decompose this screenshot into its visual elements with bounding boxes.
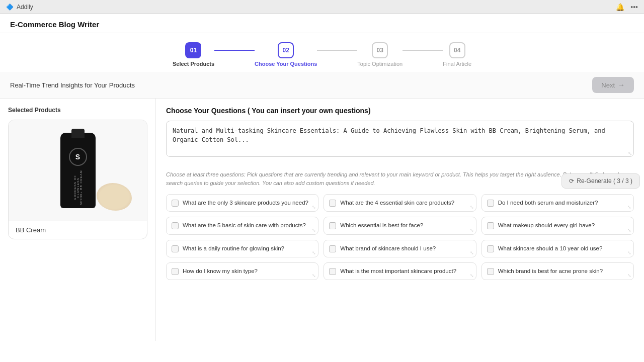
notification-icon[interactable]: 🔔 [616,3,624,11]
question-text-1: What are the only 3 skincare products yo… [183,199,313,207]
question-3-resize: ⤡ [627,205,631,210]
step-1-label: Select Products [173,61,214,67]
question-7-resize: ⤡ [312,250,316,255]
question-6-resize: ⤡ [627,228,631,233]
question-1-resize: ⤡ [312,205,316,210]
app-name: Addlly [17,4,33,11]
topic-input[interactable]: Natural and Multi-tasking Skincare Essen… [166,121,634,157]
question-checkbox-9[interactable] [487,245,494,252]
connector-2-3 [317,50,357,51]
questions-grid: What are the only 3 skincare products yo… [166,194,634,280]
question-10-resize: ⤡ [312,273,316,278]
tube-text: GODDESS OF FLAWLESS SPF30+ BB CREAM [73,170,83,205]
question-item-7: What is a daily routine for glowing skin… [166,240,318,257]
question-item-1-inner: What are the only 3 skincare products yo… [172,199,313,207]
regen-button[interactable]: ⟳ Re-Generate ( 3 / 3 ) [561,173,640,189]
connector-3-4 [403,50,443,51]
question-item-12-inner: Which brand is best for acne prone skin? [487,267,628,276]
cream-blob [97,183,132,211]
step-1-circle: 01 [185,42,201,58]
app-header: E-Commerce Blog Writer [0,14,644,33]
product-tube: S GODDESS OF FLAWLESS SPF30+ BB CREAM [60,133,96,208]
step-1[interactable]: 01 Select Products [173,42,214,67]
question-item-8-inner: What brand of skincare should I use? [329,244,470,253]
question-checkbox-4[interactable] [172,222,179,229]
next-label: Next [601,81,615,89]
question-checkbox-8[interactable] [329,245,336,252]
question-item-9: What skincare should a 10 year old use? … [481,240,634,257]
question-item-2: What are the 4 essential skin care produ… [324,194,476,212]
topic-input-wrapper: Natural and Multi-tasking Skincare Essen… [166,121,634,158]
question-item-11-inner: What is the most important skincare prod… [329,267,470,276]
question-12-resize: ⤡ [627,273,631,278]
question-item-8: What brand of skincare should I use? ⤡ [324,240,476,257]
question-item-1: What are the only 3 skincare products yo… [166,194,318,212]
question-checkbox-7[interactable] [172,245,179,252]
question-item-10: How do I know my skin type? ⤡ [166,262,318,280]
step-3-circle: 03 [372,42,388,58]
question-checkbox-2[interactable] [329,200,336,207]
step-3[interactable]: 03 Topic Optimization [357,42,403,67]
question-checkbox-10[interactable] [172,268,179,275]
step-4-label: Final Article [443,61,471,67]
next-arrow: → [618,81,625,89]
connector-1-2 [214,50,255,51]
step-4-circle: 04 [449,42,465,58]
tube-logo: S [69,148,87,166]
question-checkbox-5[interactable] [329,222,336,229]
product-name: BB Cream [9,221,147,239]
question-checkbox-11[interactable] [329,268,336,275]
question-text-10: How do I know my skin type? [183,267,313,276]
topic-row: Natural and Multi-tasking Skincare Essen… [166,121,634,164]
question-checkbox-6[interactable] [487,222,494,229]
app-logo: 🔷 Addlly [6,4,33,11]
regen-label: Re-Generate ( 3 / 3 ) [577,177,632,185]
titlebar-actions: 🔔 ••• [616,3,638,11]
product-image-area: S GODDESS OF FLAWLESS SPF30+ BB CREAM [9,120,147,221]
question-text-3: Do I need both serum and moisturizer? [498,199,628,207]
question-text-7: What is a daily routine for glowing skin… [183,244,313,253]
question-item-4-inner: What are the 5 basic of skin care with p… [172,221,313,230]
question-text-12: Which brand is best for acne prone skin? [498,267,628,276]
logo-icon: 🔷 [6,4,14,11]
step-2[interactable]: 02 Choose Your Questions [255,42,317,67]
more-icon[interactable]: ••• [630,3,638,11]
product-card: S GODDESS OF FLAWLESS SPF30+ BB CREAM BB… [8,120,147,239]
question-item-6-inner: What makeup should every girl have? [487,221,628,230]
question-item-12: Which brand is best for acne prone skin?… [481,262,634,280]
question-4-resize: ⤡ [312,228,316,233]
toolbar-title: Real-Time Trend Insights for Your Produc… [10,81,135,89]
titlebar: 🔷 Addlly 🔔 ••• [0,0,644,14]
questions-header: Choose Your Questions ( You can insert y… [166,107,634,115]
product-sidebar: Selected Products S GODDESS OF FLAWLESS … [0,99,156,341]
question-text-4: What are the 5 basic of skin care with p… [183,221,313,230]
question-checkbox-12[interactable] [487,268,494,275]
question-checkbox-3[interactable] [487,200,494,207]
question-text-6: What makeup should every girl have? [498,221,628,230]
question-item-5-inner: Which essential is best for face? [329,221,470,230]
question-text-2: What are the 4 essential skin care produ… [340,199,470,207]
toolbar: Real-Time Trend Insights for Your Produc… [0,72,644,99]
selected-products-label: Selected Products [8,107,147,114]
question-11-resize: ⤡ [470,273,474,278]
tube-cap [71,129,85,138]
stepper: 01 Select Products 02 Choose Your Questi… [0,33,644,72]
step-4[interactable]: 04 Final Article [443,42,471,67]
question-item-3: Do I need both serum and moisturizer? ⤡ [481,194,634,212]
question-item-10-inner: How do I know my skin type? [172,267,313,276]
main-content: Selected Products S GODDESS OF FLAWLESS … [0,99,644,341]
question-item-2-inner: What are the 4 essential skin care produ… [329,199,470,207]
next-button[interactable]: Next → [592,77,634,93]
question-8-resize: ⤡ [470,250,474,255]
question-text-11: What is the most important skincare prod… [340,267,470,276]
question-item-6: What makeup should every girl have? ⤡ [481,217,634,234]
question-checkbox-1[interactable] [172,200,179,207]
question-9-resize: ⤡ [627,250,631,255]
app-container: E-Commerce Blog Writer 01 Select Product… [0,14,644,362]
question-text-8: What brand of skincare should I use? [340,244,470,253]
step-2-circle: 02 [278,42,294,58]
regen-icon: ⟳ [569,177,574,185]
question-item-9-inner: What skincare should a 10 year old use? [487,244,628,253]
question-item-11: What is the most important skincare prod… [324,262,476,280]
question-item-3-inner: Do I need both serum and moisturizer? [487,199,628,207]
